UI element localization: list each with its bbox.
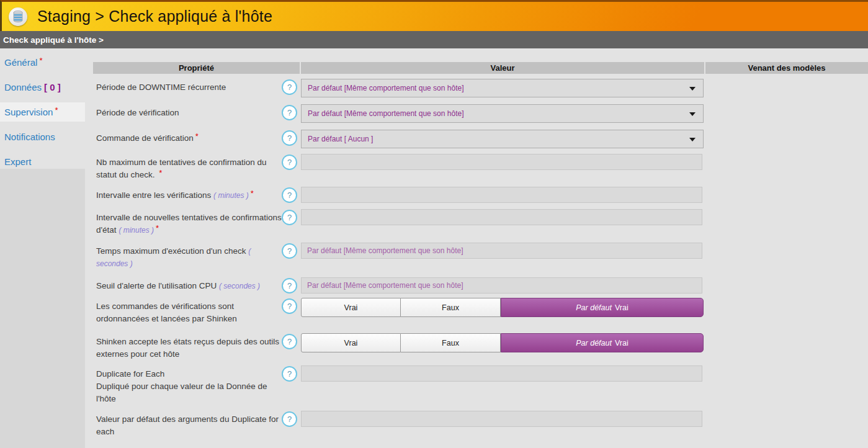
- database-cylinder-glyph: [12, 11, 24, 23]
- help-icon[interactable]: ?: [282, 210, 297, 225]
- vrai-button[interactable]: Vrai: [301, 298, 401, 317]
- max-check-attempts-input[interactable]: [301, 154, 702, 170]
- sidebar-item-label: Notifications: [4, 132, 55, 142]
- default-vrai-button[interactable]: Par défaut Vrai: [501, 298, 704, 317]
- column-header-propriete: Propriété: [93, 62, 300, 74]
- help-icon[interactable]: ?: [282, 411, 297, 427]
- required-marker: *: [159, 168, 162, 177]
- default-prefix: Par défaut: [576, 339, 612, 347]
- label-text: Les commandes de vérifications sont ordo…: [96, 302, 237, 323]
- downtime-period-select[interactable]: Par défaut [Même comportement que son hô…: [301, 79, 704, 97]
- label-text: Seuil d'alerte de l'utilisation CPU: [96, 281, 217, 290]
- field-label: Nb maximum de tentatives de confirmation…: [96, 156, 282, 181]
- default-vrai-button[interactable]: Par défaut Vrai: [501, 333, 704, 352]
- help-icon[interactable]: ?: [282, 187, 297, 203]
- check-command-select[interactable]: Par défaut [ Aucun ]: [301, 130, 704, 148]
- table-row: Duplicate for Each Dupliqué pour chaque …: [93, 365, 868, 384]
- required-marker: *: [251, 189, 254, 198]
- table-row: Les commandes de vérifications sont ordo…: [93, 298, 868, 320]
- column-header-valeur: Valeur: [301, 62, 704, 74]
- page-title: Staging > Check appliqué à l'hôte: [37, 7, 272, 25]
- label-text: Période de vérification: [96, 108, 179, 117]
- unit-hint: ( secondes ): [219, 282, 260, 290]
- check-period-select[interactable]: Par défaut [Même comportement que son hô…: [301, 104, 704, 123]
- chevron-down-icon: [689, 138, 696, 141]
- sidebar-item-donnees[interactable]: Données [ 0 ]: [0, 78, 85, 97]
- selected-value: Par défaut [ Aucun ]: [308, 135, 373, 143]
- selected-value: Par défaut [Même comportement que son hô…: [308, 109, 463, 118]
- help-icon[interactable]: ?: [282, 243, 297, 259]
- required-marker: *: [156, 223, 159, 233]
- label-text: Shinken accepte les états reçus depuis d…: [96, 337, 279, 359]
- sidebar-item-general[interactable]: Général *: [0, 53, 85, 72]
- default-value: Vrai: [615, 303, 629, 312]
- duplicate-for-each-input[interactable]: [301, 365, 702, 382]
- database-icon: [9, 7, 27, 26]
- table-row: Période de vérification ? Par défaut [Mê…: [93, 104, 868, 125]
- label-text: Période de DOWNTIME récurrente: [96, 83, 226, 92]
- table-row: Temps maximum d'exécution d'un check ( s…: [93, 243, 868, 261]
- field-label: Seuil d'alerte de l'utilisation CPU ( se…: [96, 280, 282, 292]
- label-subtext: Dupliqué pour chaque valeur de la Donnée…: [96, 380, 282, 405]
- breadcrumb-bar: Check appliqué à l'hôte >: [0, 31, 868, 48]
- default-value: Vrai: [615, 339, 629, 347]
- duplicate-default-args-input[interactable]: [301, 411, 702, 427]
- unit-hint: ( minutes ): [213, 191, 249, 200]
- field-label: Temps maximum d'exécution d'un check ( s…: [96, 245, 282, 270]
- table-row: Intervalle entre les vérifications ( min…: [93, 187, 868, 205]
- table-row: Intervalle de nouvelles tentatives de co…: [93, 209, 868, 228]
- app-header: Staging > Check appliqué à l'hôte: [0, 0, 868, 31]
- required-marker: *: [195, 132, 199, 141]
- sidebar-item-label: Général: [4, 57, 37, 68]
- column-header-venant-des-modeles: Venant des modèles: [705, 62, 868, 74]
- sidebar-item-label: Expert: [4, 156, 31, 167]
- vrai-button[interactable]: Vrai: [301, 333, 401, 352]
- unit-hint: ( minutes ): [119, 226, 154, 235]
- required-marker: *: [39, 56, 42, 65]
- max-check-execution-time-input[interactable]: [301, 243, 702, 259]
- field-label: Valeur par défaut des arguments du Dupli…: [96, 413, 282, 438]
- selected-value: Par défaut [Même comportement que son hô…: [308, 84, 463, 92]
- chevron-down-icon: [689, 112, 696, 116]
- label-text: Intervalle entre les vérifications: [96, 190, 211, 200]
- passive-checks-toggle: Vrai Faux Par défaut Vrai: [301, 333, 704, 352]
- label-text: Valeur par défaut des arguments du Dupli…: [96, 414, 279, 436]
- breadcrumb[interactable]: Check appliqué à l'hôte >: [3, 35, 104, 45]
- sidebar-item-notifications[interactable]: Notifications: [0, 127, 85, 146]
- field-label: Les commandes de vérifications sont ordo…: [96, 300, 282, 325]
- sidebar-item-supervision[interactable]: Supervision *: [0, 102, 85, 122]
- field-label: Duplicate for Each Dupliqué pour chaque …: [96, 368, 282, 405]
- faux-button[interactable]: Faux: [401, 333, 501, 352]
- table-row: Période de DOWNTIME récurrente ? Par déf…: [93, 79, 868, 100]
- label-text: Duplicate for Each: [96, 368, 282, 380]
- check-interval-input[interactable]: [301, 187, 702, 203]
- table-row: Valeur par défaut des arguments du Dupli…: [93, 411, 868, 429]
- retry-interval-input[interactable]: [301, 209, 702, 225]
- field-label: Période de DOWNTIME récurrente: [96, 81, 282, 94]
- help-icon[interactable]: ?: [282, 130, 297, 146]
- label-text: Temps maximum d'exécution d'un check: [96, 246, 246, 256]
- default-prefix: Par défaut: [576, 303, 612, 312]
- label-text: Nb maximum de tentatives de confirmation…: [96, 158, 267, 179]
- faux-button[interactable]: Faux: [401, 298, 501, 317]
- help-icon[interactable]: ?: [282, 334, 297, 349]
- help-icon[interactable]: ?: [282, 155, 297, 170]
- help-icon[interactable]: ?: [282, 79, 297, 95]
- table-row: Shinken accepte les états reçus depuis d…: [93, 333, 868, 355]
- label-text: Commande de vérification: [96, 133, 194, 143]
- help-icon[interactable]: ?: [282, 366, 297, 382]
- sidebar-item-label: Données: [4, 82, 42, 92]
- help-icon[interactable]: ?: [282, 278, 297, 293]
- table-row: Commande de vérification* ? Par défaut […: [93, 130, 868, 151]
- help-icon[interactable]: ?: [282, 298, 297, 314]
- field-label: Période de vérification: [96, 107, 282, 119]
- table-row: Nb maximum de tentatives de confirmation…: [93, 154, 868, 172]
- active-checks-toggle: Vrai Faux Par défaut Vrai: [301, 298, 704, 317]
- count-badge: [ 0 ]: [44, 82, 61, 92]
- help-icon[interactable]: ?: [282, 105, 297, 120]
- chevron-down-icon: [689, 87, 696, 91]
- sidebar-footer-panel: [0, 169, 85, 448]
- cpu-alert-threshold-input[interactable]: [301, 277, 702, 293]
- required-marker: *: [55, 105, 58, 115]
- field-label: Intervalle de nouvelles tentatives de co…: [96, 212, 282, 236]
